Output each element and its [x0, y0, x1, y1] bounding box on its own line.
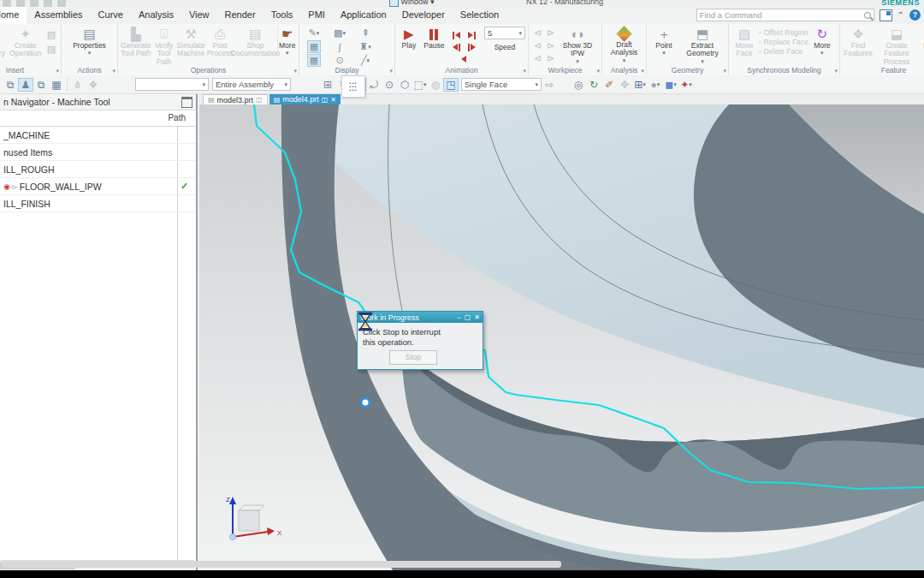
maximize-icon[interactable]: ▢	[465, 314, 471, 321]
point-display-icon[interactable]: ⊙	[333, 54, 346, 67]
doc-tab-model4[interactable]: ▤ model4.prt ◫ ✕	[270, 94, 341, 104]
tab-assemblies[interactable]: Assemblies	[27, 7, 90, 24]
navigator-column-header[interactable]: Path	[0, 110, 196, 127]
verify-tool-path-button[interactable]: ⍗Verify Tool Path	[152, 27, 175, 66]
dialog-launcher-icon[interactable]: ▾	[834, 66, 838, 75]
ipw-option-icon[interactable]: ⊲	[531, 27, 545, 39]
create-operation-button[interactable]: ✦Create Operation	[9, 27, 44, 58]
full-screen-button[interactable]	[880, 9, 892, 21]
pin-icon[interactable]: ◫	[256, 96, 263, 104]
pause-button[interactable]: Pause	[422, 27, 447, 50]
dialog-launcher-icon[interactable]: ▾	[293, 66, 297, 75]
tab-analysis[interactable]: Analysis	[131, 7, 181, 24]
ipw-option-icon[interactable]: ⊳	[544, 27, 558, 39]
speed-combo[interactable]: 5▾	[484, 27, 525, 39]
dialog-launcher-icon[interactable]: ▾	[389, 66, 393, 75]
close-icon[interactable]: ✕	[474, 314, 480, 321]
qat-icon[interactable]	[44, 0, 52, 7]
tool-position-marker[interactable]	[361, 398, 370, 407]
qat-icon[interactable]	[57, 0, 66, 7]
isometric-icon[interactable]: ⬡	[397, 78, 412, 92]
dialog-launcher-icon[interactable]: ▾	[523, 66, 526, 75]
close-icon[interactable]: ✕	[330, 96, 336, 104]
orient-icon[interactable]: ⤾	[366, 78, 382, 92]
tab-tools[interactable]: Tools	[264, 7, 301, 24]
pan-hand-icon[interactable]: ✥	[617, 78, 632, 92]
dialog-launcher-icon[interactable]: ▾	[112, 66, 116, 75]
insert-mini-icon[interactable]: ▧	[44, 28, 58, 41]
bounding-box-icon[interactable]: ⬚▾	[412, 78, 428, 92]
delete-face-button[interactable]: ▫ Delete Face	[759, 47, 808, 56]
selection-filter-combo[interactable]: ▾	[135, 78, 209, 91]
machine-display-icon[interactable]: ▦	[307, 40, 321, 53]
tab-home[interactable]: Home	[0, 7, 27, 24]
feature-more-button[interactable]: ▣More▾	[920, 27, 924, 57]
graphics-viewport[interactable]: Z X Work in Progress – ▢ ✕	[199, 104, 924, 570]
simulate-machine-button[interactable]: ⚒Simulate Machine	[177, 27, 205, 58]
magnify-region-icon[interactable]: ◎	[571, 78, 586, 92]
move-face-button[interactable]: ▧Move Face	[732, 27, 757, 58]
display-image-icon[interactable]: ▩▾	[333, 27, 346, 39]
qat-icon[interactable]	[3, 0, 11, 7]
navigator-row-finish[interactable]: ILL_FINISH	[0, 195, 196, 212]
assembly-copy-icon[interactable]: ⧉	[33, 78, 49, 92]
view-cube-icon[interactable]: ◼▾	[663, 78, 678, 92]
draft-analysis-button[interactable]: Draft Analysis▾	[605, 27, 643, 63]
replace-face-button[interactable]: ▫ Replace Face	[759, 38, 808, 46]
operations-more-button[interactable]: ☛More▾	[277, 27, 296, 57]
datum-axes-icon[interactable]: ✦▾	[678, 78, 694, 92]
offset-region-button[interactable]: ▫ Offset Region	[759, 28, 808, 37]
dialog-launcher-icon[interactable]: ▾	[641, 66, 644, 75]
window-stack-icon[interactable]: ⊞	[320, 78, 335, 92]
move-component-icon[interactable]: ❖	[86, 78, 101, 92]
stop-button[interactable]: Stop	[389, 350, 437, 365]
assembly-edit-icon[interactable]: ▦	[49, 78, 64, 92]
qat-icon[interactable]	[16, 0, 25, 7]
assembly-tree-icon[interactable]: ♟	[18, 78, 33, 92]
find-features-button[interactable]: ❖Find Features	[843, 27, 874, 58]
step-back-button[interactable]	[453, 44, 460, 51]
navigator-row-floor-wall-ipw[interactable]: ◉ ▻ FLOOR_WALL_IPW ✓	[0, 178, 196, 195]
ipw-option-icon[interactable]: ⊲	[531, 52, 545, 65]
play-button[interactable]: ▶Play	[398, 27, 420, 50]
navigator-row-unused-items[interactable]: nused Items	[0, 144, 196, 161]
tab-application[interactable]: Application	[333, 7, 394, 24]
tab-selection[interactable]: Selection	[453, 7, 506, 24]
insert-mini-icon[interactable]: ▨	[44, 43, 58, 56]
create-geometry-button[interactable]: ◈Create Geometry	[0, 27, 7, 58]
dialog-launcher-icon[interactable]: ▾	[56, 66, 59, 75]
shaded-view-icon[interactable]: ●▾	[648, 78, 663, 92]
ipw-option-icon[interactable]: ⊲	[531, 39, 545, 52]
eraser-icon[interactable]: ✐	[601, 78, 617, 92]
go-to-start-button[interactable]	[453, 32, 460, 39]
step-forward-button[interactable]	[468, 44, 476, 51]
selection-scope-combo[interactable]: Entire Assembly▾	[212, 78, 291, 91]
dialog-launcher-icon[interactable]: ▾	[723, 66, 726, 75]
tab-developer[interactable]: Developer	[394, 7, 453, 24]
create-feature-process-button[interactable]: ⬓Create Feature Process	[875, 27, 918, 66]
apply-arrow-icon[interactable]: ⇨	[542, 78, 557, 92]
properties-button[interactable]: ▤Properties▾	[70, 27, 110, 57]
spline-display-icon[interactable]: ʃ	[333, 40, 346, 53]
navigator-row-machine[interactable]: _MACHINE	[0, 127, 196, 144]
find-command-input[interactable]: Find a Command	[696, 9, 874, 21]
display-edit-icon[interactable]: ✎▾	[307, 27, 321, 39]
tool-display-icon[interactable]: ♜▾	[358, 40, 372, 53]
window-menu-button[interactable]: Window ▾	[389, 0, 435, 7]
fit-view-icon[interactable]: ⊞▾	[632, 78, 648, 92]
circle-center-icon[interactable]: ⊙	[382, 78, 397, 92]
tab-curve[interactable]: Curve	[91, 7, 131, 24]
line-display-icon[interactable]: ╱▾	[358, 54, 372, 67]
post-process-button[interactable]: ⎙Post Process	[207, 27, 234, 58]
assembly-icon[interactable]: ⧉	[3, 78, 18, 92]
navigator-row-rough[interactable]: ILL_ROUGH	[0, 161, 196, 178]
open-box-icon[interactable]: ◳	[443, 78, 459, 92]
ipw-option-icon[interactable]: ⊳	[544, 39, 558, 52]
constraint-icon[interactable]: ⋔	[70, 78, 86, 92]
qat-icon[interactable]	[30, 0, 38, 7]
tab-render[interactable]: Render	[217, 7, 264, 24]
ipw-option-icon[interactable]: ⊳	[544, 52, 558, 65]
tab-view[interactable]: View	[181, 7, 217, 24]
show-3d-ipw-button[interactable]: ◖◗Show 3D IPW▾	[559, 27, 596, 64]
display-refresh-icon[interactable]: ⇞	[358, 27, 372, 39]
